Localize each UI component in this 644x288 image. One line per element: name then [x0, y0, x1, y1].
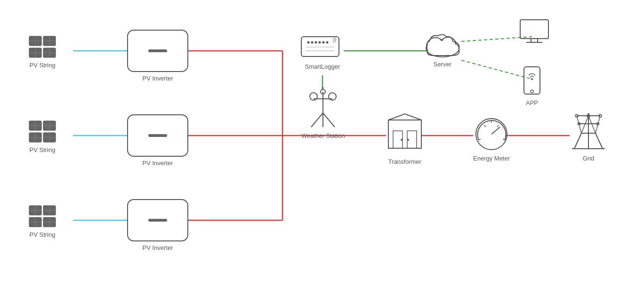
energy-meter-label: Energy Meter [473, 155, 510, 162]
pv-string-1: PV String [28, 35, 56, 69]
pv-string-3-label: PV String [30, 231, 56, 238]
svg-line-93 [503, 139, 505, 140]
inverter-1-dash [148, 49, 167, 52]
pv-string-1-label: PV String [30, 62, 56, 69]
server-label: Server [434, 61, 451, 68]
svg-point-85 [401, 139, 402, 141]
pv-inverter-1-box [127, 30, 188, 72]
weather-station: Weather Station [301, 87, 345, 139]
pv-panel-icon-1 [28, 35, 56, 59]
inverter-3-dash [148, 219, 167, 222]
svg-line-99 [596, 116, 600, 133]
svg-line-101 [588, 116, 596, 133]
pv-inverter-2: PV Inverter [127, 114, 188, 167]
transformer-label: Transformer [388, 158, 421, 165]
grid-tower-icon [570, 112, 607, 152]
svg-line-90 [484, 125, 486, 127]
transformer-icon [386, 113, 424, 155]
svg-marker-82 [388, 114, 421, 120]
svg-point-73 [428, 39, 443, 52]
svg-line-89 [479, 139, 481, 140]
svg-rect-76 [531, 39, 538, 42]
svg-line-92 [497, 125, 499, 127]
pv-string-2-label: PV String [30, 146, 56, 153]
svg-text:)): )) [333, 37, 336, 42]
inverter-2-dash [148, 134, 167, 137]
pv-inverter-1: PV Inverter [127, 30, 188, 82]
weather-station-label: Weather Station [301, 132, 345, 139]
diagram: PV String PV Inverter PV String [0, 0, 644, 288]
grid-label: Grid [583, 155, 595, 162]
pv-inverter-3: PV Inverter [127, 199, 188, 251]
svg-point-86 [407, 139, 409, 141]
svg-point-56 [326, 41, 329, 44]
smartlogger-label: SmartLogger [305, 63, 340, 70]
svg-point-80 [531, 78, 533, 80]
pv-inverter-2-box [127, 114, 188, 157]
weather-station-icon [304, 87, 342, 129]
pv-inverter-3-label: PV Inverter [142, 244, 173, 251]
smartlogger-icon: )) [299, 32, 346, 60]
server: Server [424, 32, 461, 68]
transformer: Transformer [386, 113, 424, 165]
pv-string-3: PV String [28, 205, 56, 238]
pv-panel-icon-3 [28, 205, 56, 228]
svg-rect-75 [520, 20, 548, 39]
svg-line-103 [596, 133, 603, 149]
pv-string-2: PV String [28, 120, 56, 153]
svg-point-54 [319, 41, 321, 44]
svg-line-98 [577, 116, 581, 133]
svg-point-79 [531, 90, 533, 93]
svg-line-61 [323, 113, 335, 127]
svg-point-55 [322, 41, 325, 44]
pv-inverter-2-label: PV Inverter [142, 160, 173, 167]
smartlogger: )) SmartLogger [299, 32, 346, 70]
svg-point-51 [307, 41, 310, 44]
svg-line-60 [311, 113, 323, 127]
monitor-icon [518, 19, 551, 47]
app-phone-icon [523, 66, 541, 96]
monitor [518, 19, 551, 50]
svg-line-102 [574, 133, 581, 149]
energy-meter: Energy Meter [473, 117, 510, 162]
svg-line-12 [461, 60, 532, 79]
app: APP [523, 66, 541, 106]
pv-inverter-1-label: PV Inverter [142, 75, 173, 82]
svg-point-52 [311, 41, 314, 44]
pv-inverter-3-box [127, 199, 188, 241]
grid: Grid [570, 112, 607, 162]
svg-line-88 [491, 127, 500, 134]
server-cloud-icon [424, 32, 461, 58]
app-label: APP [526, 99, 538, 106]
svg-point-53 [315, 41, 317, 44]
svg-line-100 [581, 116, 588, 133]
energy-meter-icon [474, 117, 509, 152]
pv-panel-icon-2 [28, 120, 56, 144]
